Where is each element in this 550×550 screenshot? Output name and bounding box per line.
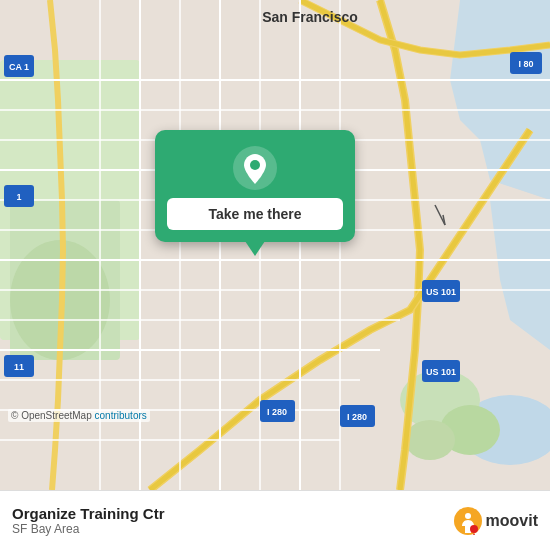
moovit-logo-icon (454, 507, 482, 535)
svg-point-48 (250, 160, 260, 170)
svg-text:11: 11 (14, 362, 24, 372)
svg-text:I 80: I 80 (518, 59, 533, 69)
moovit-text: moovit (486, 512, 538, 530)
svg-text:US 101: US 101 (426, 287, 456, 297)
svg-point-7 (405, 420, 455, 460)
location-title: Organize Training Ctr (12, 505, 454, 522)
svg-text:San Francisco: San Francisco (262, 9, 358, 25)
svg-point-51 (470, 525, 478, 533)
svg-text:1: 1 (16, 192, 21, 202)
moovit-logo: moovit (454, 507, 538, 535)
bottom-bar: Organize Training Ctr SF Bay Area moovit (0, 490, 550, 550)
copyright-text: © OpenStreetMap (11, 410, 95, 421)
location-info: Organize Training Ctr SF Bay Area (12, 505, 454, 536)
map-copyright: © OpenStreetMap contributors (8, 409, 150, 422)
svg-text:I 280: I 280 (267, 407, 287, 417)
svg-point-50 (465, 513, 471, 519)
map-container: US 101 US 101 I 280 I 280 I 80 CA 1 1 11… (0, 0, 550, 490)
location-pin-icon (233, 146, 277, 190)
location-subtitle: SF Bay Area (12, 522, 454, 536)
map-popup: Take me there (155, 130, 355, 242)
svg-text:I 280: I 280 (347, 412, 367, 422)
svg-text:CA 1: CA 1 (9, 62, 29, 72)
svg-text:US 101: US 101 (426, 367, 456, 377)
contributors-link[interactable]: contributors (95, 410, 147, 421)
take-me-there-button[interactable]: Take me there (167, 198, 343, 230)
